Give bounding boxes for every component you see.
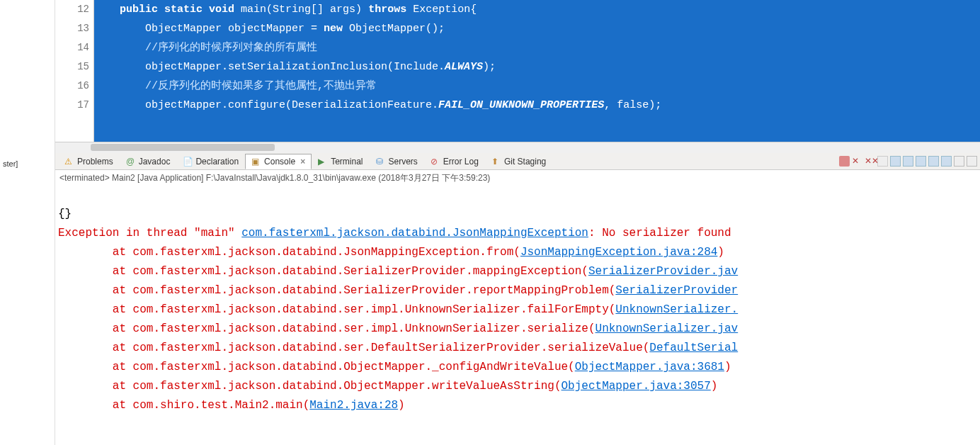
terminal-icon: ▶	[318, 157, 328, 167]
tab-label: Console	[264, 157, 295, 167]
stack-line: at com.shiro.test.Main2.main(Main2.java:…	[58, 399, 405, 412]
tab-label: Terminal	[331, 157, 363, 167]
scrollbar-thumb[interactable]	[91, 144, 275, 151]
minimize-icon[interactable]	[954, 156, 964, 167]
code-editor[interactable]: 121314151617 public static void main(Str…	[55, 0, 980, 142]
out-line: {}	[58, 208, 72, 220]
code-line[interactable]: //序列化的时候序列对象的所有属性	[94, 38, 980, 57]
remove-launch-icon[interactable]: ✕	[852, 156, 862, 167]
code-line[interactable]: objectMapper.configure(DeserializationFe…	[94, 96, 980, 115]
tab-label: Error Log	[443, 157, 479, 167]
stack-line: at com.fasterxml.jackson.databind.Serial…	[58, 265, 738, 278]
stack-line: at com.fasterxml.jackson.databind.ser.im…	[58, 322, 738, 335]
status-text: <terminated> Main2 [Java Application] F:…	[59, 173, 490, 183]
code-content[interactable]: public static void main(String[] args) t…	[94, 0, 980, 142]
source-link[interactable]: DefaultSerial	[649, 342, 738, 354]
line-number: 17	[55, 96, 89, 115]
stack-line: at com.fasterxml.jackson.databind.ser.De…	[58, 342, 738, 354]
tab-console[interactable]: ▣ Console ×	[245, 154, 312, 169]
tab-label: Declaration	[195, 157, 239, 167]
tab-servers[interactable]: ⛁ Servers	[370, 154, 424, 169]
open-console-icon[interactable]	[941, 156, 952, 167]
horizontal-scrollbar[interactable]	[55, 142, 980, 153]
line-number: 13	[55, 19, 89, 38]
source-link[interactable]: SerializerProvider	[615, 284, 738, 297]
stack-line: at com.fasterxml.jackson.databind.JsonMa…	[58, 246, 724, 259]
source-link[interactable]: SerializerProvider.jav	[588, 265, 738, 278]
code-line[interactable]: public static void main(String[] args) t…	[94, 0, 980, 19]
source-link[interactable]: ObjectMapper.java:3681	[575, 361, 724, 373]
source-link[interactable]: JsonMappingException.java:284	[520, 246, 717, 259]
exception-header: Exception in thread "main" com.fasterxml…	[58, 227, 738, 240]
stack-line: at com.fasterxml.jackson.databind.Serial…	[58, 284, 738, 297]
stack-line: at com.fasterxml.jackson.databind.ser.im…	[58, 303, 738, 316]
tab-label: Servers	[389, 157, 418, 167]
javadoc-icon: @	[126, 157, 136, 167]
tab-label: Javadoc	[139, 157, 171, 167]
errorlog-icon: ⊘	[431, 157, 440, 167]
maximize-icon[interactable]	[967, 156, 977, 167]
line-number: 14	[55, 38, 89, 57]
code-line[interactable]: objectMapper.setSerializationInclusion(I…	[94, 57, 980, 77]
source-link[interactable]: UnknownSerializer.jav	[596, 322, 739, 335]
exception-class-link[interactable]: com.fasterxml.jackson.databind.JsonMappi…	[241, 227, 588, 240]
problems-icon: ⚠	[64, 157, 74, 167]
console-status-line: <terminated> Main2 [Java Application] F:…	[55, 170, 980, 186]
line-number: 15	[55, 57, 89, 77]
views-tab-bar: ⚠ Problems @ Javadoc 📄 Declaration ▣ Con…	[55, 153, 980, 170]
close-icon[interactable]: ×	[300, 157, 305, 167]
stack-line: at com.fasterxml.jackson.databind.Object…	[58, 361, 731, 373]
tab-gitstaging[interactable]: ⬆ Git Staging	[485, 154, 552, 169]
code-line[interactable]: ObjectMapper objectMapper = new ObjectMa…	[94, 19, 980, 38]
servers-icon: ⛁	[376, 157, 386, 167]
stack-line: at com.fasterxml.jackson.databind.Object…	[58, 380, 717, 393]
source-link[interactable]: UnknownSerializer.	[615, 303, 738, 316]
scroll-lock-icon[interactable]	[890, 156, 901, 167]
tab-label: Problems	[77, 157, 113, 167]
code-line[interactable]: //反序列化的时候如果多了其他属性,不抛出异常	[94, 77, 980, 96]
package-explorer-edge: ster]	[0, 0, 55, 445]
tab-errorlog[interactable]: ⊘ Error Log	[424, 154, 485, 169]
main-area: 121314151617 public static void main(Str…	[55, 0, 980, 445]
terminate-icon[interactable]	[839, 156, 850, 167]
clear-console-icon[interactable]	[877, 156, 888, 167]
display-console-icon[interactable]	[928, 156, 939, 167]
line-number: 12	[55, 0, 89, 19]
declaration-icon: 📄	[183, 157, 193, 167]
gitstaging-icon: ⬆	[491, 157, 501, 167]
tree-item-fragment: ster]	[3, 159, 18, 168]
line-number-gutter: 121314151617	[55, 0, 94, 142]
tab-problems[interactable]: ⚠ Problems	[58, 154, 120, 169]
pin-console-icon[interactable]	[916, 156, 926, 167]
source-link[interactable]: ObjectMapper.java:3057	[562, 380, 711, 393]
tab-declaration[interactable]: 📄 Declaration	[176, 154, 245, 169]
console-toolbar: ✕ ✕✕	[839, 156, 977, 167]
word-wrap-icon[interactable]	[903, 156, 913, 167]
tab-javadoc[interactable]: @ Javadoc	[120, 154, 177, 169]
tab-terminal[interactable]: ▶ Terminal	[312, 154, 369, 169]
console-output[interactable]: {} Exception in thread "main" com.faster…	[55, 186, 980, 445]
line-number: 16	[55, 77, 89, 96]
remove-all-icon[interactable]: ✕✕	[865, 156, 875, 167]
tab-label: Git Staging	[504, 157, 546, 167]
source-link[interactable]: Main2.java:28	[309, 399, 398, 412]
console-icon: ▣	[251, 157, 261, 167]
